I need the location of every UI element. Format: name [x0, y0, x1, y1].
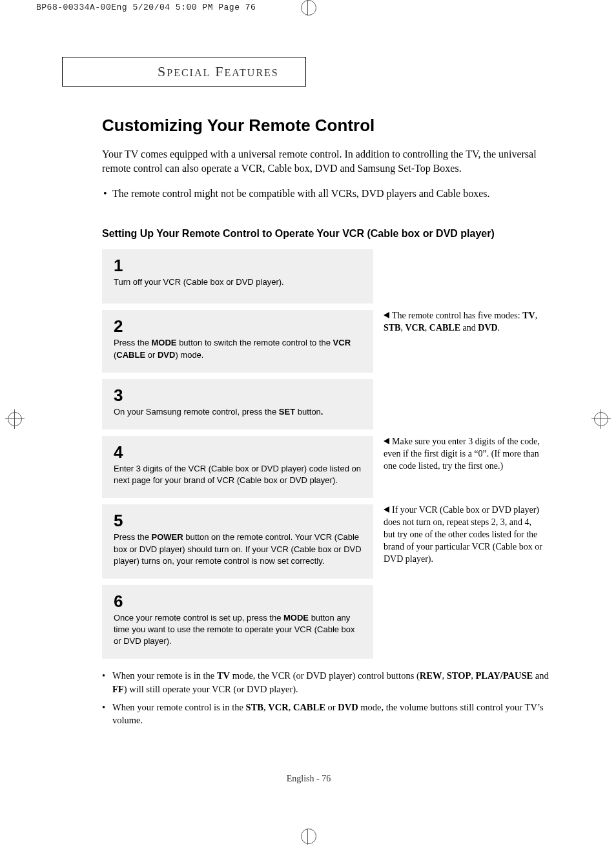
step-text: Once your remote control is set up, pres… — [114, 612, 362, 648]
side-note: The remote control has five modes: TV, S… — [384, 310, 545, 335]
footer-bullets: • When your remote is in the TV mode, th… — [102, 669, 554, 727]
bullet-dot: • — [102, 669, 112, 696]
step-text: Press the MODE button to switch the remo… — [114, 337, 362, 360]
crop-mark-left — [5, 409, 25, 429]
step-row: 3 On your Samsung remote control, press … — [102, 379, 554, 429]
step-box: 2 Press the MODE button to switch the re… — [102, 310, 373, 372]
step-row: 2 Press the MODE button to switch the re… — [102, 310, 554, 372]
step-number: 5 — [114, 512, 362, 529]
step-box: 3 On your Samsung remote control, press … — [102, 379, 373, 429]
steps-list: 1 Turn off your VCR (Cable box or DVD pl… — [102, 249, 554, 659]
preprint-header: BP68-00334A-00Eng 5/20/04 5:00 PM Page 7… — [36, 3, 256, 12]
step-number: 3 — [114, 387, 362, 404]
step-text: Turn off your VCR (Cable box or DVD play… — [114, 276, 362, 288]
step-text: On your Samsung remote control, press th… — [114, 406, 362, 418]
bullet-dot: • — [102, 701, 112, 727]
step-number: 6 — [114, 593, 362, 610]
side-note: If your VCR (Cable box or DVD player) do… — [384, 504, 545, 565]
side-note: Make sure you enter 3 digits of the code… — [384, 436, 545, 473]
intro-bullet-text: The remote control might not be compatib… — [112, 188, 489, 199]
step-box: 5 Press the POWER button on the remote c… — [102, 504, 373, 579]
side-note-text: The remote control has five modes: TV, S… — [384, 311, 537, 333]
footer-bullet-text: When your remote is in the TV mode, the … — [112, 669, 554, 696]
content-area: Customizing Your Remote Control Your TV … — [102, 116, 554, 732]
section-header-text: SPECIAL FEATURES — [158, 63, 279, 80]
step-row: 4 Enter 3 digits of the VCR (Cable box o… — [102, 436, 554, 498]
side-note-text: If your VCR (Cable box or DVD player) do… — [384, 505, 542, 564]
step-text: Press the POWER button on the remote con… — [114, 531, 362, 567]
step-number: 1 — [114, 257, 362, 274]
step-row: 1 Turn off your VCR (Cable box or DVD pl… — [102, 249, 554, 304]
intro-bullet: •The remote control might not be compati… — [103, 187, 554, 201]
crop-mark-right — [591, 409, 611, 429]
triangle-left-icon — [384, 506, 389, 513]
step-box: 6 Once your remote control is set up, pr… — [102, 585, 373, 659]
footer-bullet-text: When your remote control is in the STB, … — [112, 701, 554, 727]
intro-paragraph: Your TV comes equipped with a universal … — [102, 147, 554, 175]
step-row: 5 Press the POWER button on the remote c… — [102, 504, 554, 579]
crop-mark-bottom — [301, 829, 315, 843]
subheading: Setting Up Your Remote Control to Operat… — [102, 227, 554, 241]
triangle-left-icon — [384, 438, 389, 444]
step-text: Enter 3 digits of the VCR (Cable box or … — [114, 463, 362, 486]
step-row: 6 Once your remote control is set up, pr… — [102, 585, 554, 659]
section-header-box: SPECIAL FEATURES — [62, 57, 306, 87]
crop-mark-top — [301, 1, 315, 15]
triangle-left-icon — [384, 312, 389, 318]
footer-bullet-row: • When your remote is in the TV mode, th… — [102, 669, 554, 696]
footer-bullet-row: • When your remote control is in the STB… — [102, 701, 554, 727]
step-box: 1 Turn off your VCR (Cable box or DVD pl… — [102, 249, 373, 304]
side-note-text: Make sure you enter 3 digits of the code… — [384, 437, 540, 471]
page-number: English - 76 — [25, 774, 593, 784]
step-box: 4 Enter 3 digits of the VCR (Cable box o… — [102, 436, 373, 498]
page-title: Customizing Your Remote Control — [102, 116, 554, 136]
page-frame: SPECIAL FEATURES Customizing Your Remote… — [25, 15, 593, 824]
step-number: 4 — [114, 444, 362, 460]
step-number: 2 — [114, 318, 362, 335]
